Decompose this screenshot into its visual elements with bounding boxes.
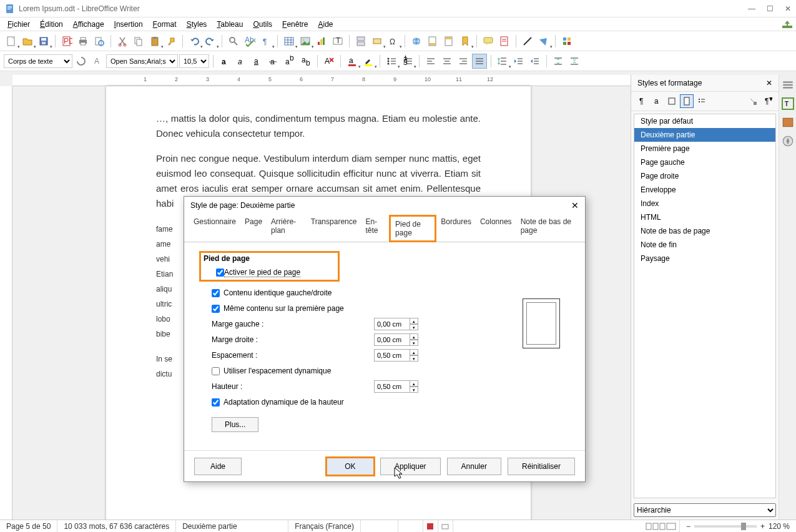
open-button[interactable] [20, 34, 35, 49]
properties-icon[interactable] [782, 79, 794, 91]
number-list-button[interactable]: 123 [400, 54, 415, 69]
subscript-button[interactable]: ab [298, 54, 313, 69]
spin-up[interactable]: ▴ [410, 318, 418, 324]
clear-formatting-button[interactable]: A [322, 54, 337, 69]
textbox-button[interactable]: T [330, 34, 345, 49]
cancel-button[interactable]: Annuler [447, 458, 501, 475]
new-style-dropdown[interactable]: ¶▾ [761, 94, 775, 108]
superscript-button[interactable]: ab [282, 54, 297, 69]
status-language[interactable]: Français (France) [288, 520, 361, 532]
help-button[interactable]: Aide [194, 458, 242, 475]
enable-footer-checkbox[interactable] [216, 268, 224, 277]
style-item-endnote[interactable]: Note de fin [634, 238, 775, 252]
spin-down[interactable]: ▾ [410, 324, 418, 330]
page-break-button[interactable] [353, 34, 368, 49]
decrease-indent-button[interactable] [528, 54, 543, 69]
print-preview-button[interactable] [92, 34, 107, 49]
menu-format[interactable]: Format [148, 19, 182, 30]
spin-down[interactable]: ▾ [410, 387, 418, 393]
reset-button[interactable]: Réinitialiser [508, 458, 575, 475]
align-left-button[interactable] [423, 54, 438, 69]
style-item-index[interactable]: Index [634, 197, 775, 210]
view-layout-icons[interactable] [643, 520, 680, 532]
status-wordcount[interactable]: 10 033 mots, 67 636 caractères [57, 520, 176, 532]
page-styles-button[interactable] [680, 94, 694, 108]
clone-format-button[interactable] [164, 34, 179, 49]
paragraph-style-combo[interactable]: Corps de texte [4, 54, 72, 68]
status-page[interactable]: Page 5 de 50 [0, 520, 57, 532]
status-signature-icon[interactable] [438, 520, 453, 532]
tab-arriere-plan[interactable]: Arrière-plan [267, 214, 307, 242]
redo-button[interactable] [203, 34, 218, 49]
para-space-increase-button[interactable] [551, 54, 566, 69]
zoom-in-button[interactable]: + [760, 522, 765, 531]
fill-format-button[interactable] [746, 94, 760, 108]
paste-button[interactable] [147, 34, 162, 49]
spin-up[interactable]: ▴ [410, 333, 418, 340]
tab-colonnes[interactable]: Colonnes [476, 214, 516, 242]
tab-pied-de-page[interactable]: Pied de page [389, 215, 436, 242]
highlight-button[interactable] [361, 54, 376, 69]
tab-page[interactable]: Page [240, 214, 267, 242]
sidebar-close-button[interactable]: ✕ [766, 79, 772, 87]
style-item-enveloppe[interactable]: Enveloppe [634, 183, 775, 197]
line-spacing-button[interactable] [495, 54, 510, 69]
field-button[interactable] [370, 34, 385, 49]
style-item-html[interactable]: HTML [634, 210, 775, 224]
dialog-close-button[interactable]: ✕ [571, 200, 579, 210]
increase-indent-button[interactable] [511, 54, 526, 69]
tab-bordures[interactable]: Bordures [436, 214, 476, 242]
zoom-slider[interactable] [694, 525, 757, 528]
track-changes-button[interactable] [497, 34, 512, 49]
menu-edition[interactable]: Édition [35, 19, 68, 30]
new-style-button[interactable]: A [90, 54, 105, 69]
minimize-button[interactable]: — [748, 4, 755, 13]
draw-functions-button[interactable] [559, 34, 574, 49]
spin-up[interactable]: ▴ [410, 380, 418, 387]
spin-down[interactable]: ▾ [410, 355, 418, 362]
basic-shapes-button[interactable] [536, 34, 551, 49]
underline-button[interactable]: a [250, 54, 265, 69]
style-item-gauche[interactable]: Page gauche [634, 155, 775, 169]
undo-button[interactable] [187, 34, 202, 49]
bookmark-button[interactable] [458, 34, 473, 49]
comment-button[interactable] [481, 34, 496, 49]
menu-fichier[interactable]: Fichier [2, 19, 35, 30]
style-item-premiere[interactable]: Première page [634, 142, 775, 155]
chart-button[interactable] [314, 34, 329, 49]
menu-affichage[interactable]: Affichage [68, 19, 109, 30]
margin-left-input[interactable] [374, 318, 410, 330]
spellcheck-button[interactable]: Abc [242, 34, 257, 49]
status-selection-mode[interactable] [398, 520, 423, 532]
vertical-ruler[interactable] [0, 86, 12, 520]
align-right-button[interactable] [456, 54, 471, 69]
zoom-out-button[interactable]: − [686, 522, 690, 531]
maximize-button[interactable]: ☐ [767, 4, 774, 13]
list-styles-button[interactable] [695, 94, 709, 108]
table-button[interactable] [282, 34, 297, 49]
same-first-checkbox[interactable] [212, 305, 220, 313]
new-button[interactable] [4, 34, 19, 49]
status-pagestyle[interactable]: Deuxième partie [176, 520, 288, 532]
style-list[interactable]: Style par défaut Deuxième partie Premièr… [634, 114, 776, 498]
save-button[interactable] [36, 34, 51, 49]
special-char-button[interactable]: Ω [386, 34, 401, 49]
save-remote-icon[interactable] [781, 19, 794, 29]
character-styles-button[interactable]: a [650, 94, 664, 108]
style-item-footnote[interactable]: Note de bas de page [634, 224, 775, 238]
strikethrough-button[interactable]: a [266, 54, 281, 69]
bold-button[interactable]: a [217, 54, 232, 69]
navigator-icon[interactable] [782, 135, 794, 147]
align-center-button[interactable] [440, 54, 455, 69]
same-lr-checkbox[interactable] [212, 289, 220, 297]
status-modified-icon[interactable] [423, 520, 438, 532]
menu-insertion[interactable]: Insertion [109, 19, 148, 30]
endnote-button[interactable] [441, 34, 456, 49]
more-button[interactable]: Plus... [212, 417, 258, 432]
tab-transparence[interactable]: Transparence [307, 214, 361, 242]
frame-styles-button[interactable] [665, 94, 679, 108]
tab-entete[interactable]: En-tête [361, 214, 389, 242]
find-replace-button[interactable] [226, 34, 241, 49]
height-input[interactable] [374, 380, 410, 393]
spin-up[interactable]: ▴ [410, 349, 418, 355]
